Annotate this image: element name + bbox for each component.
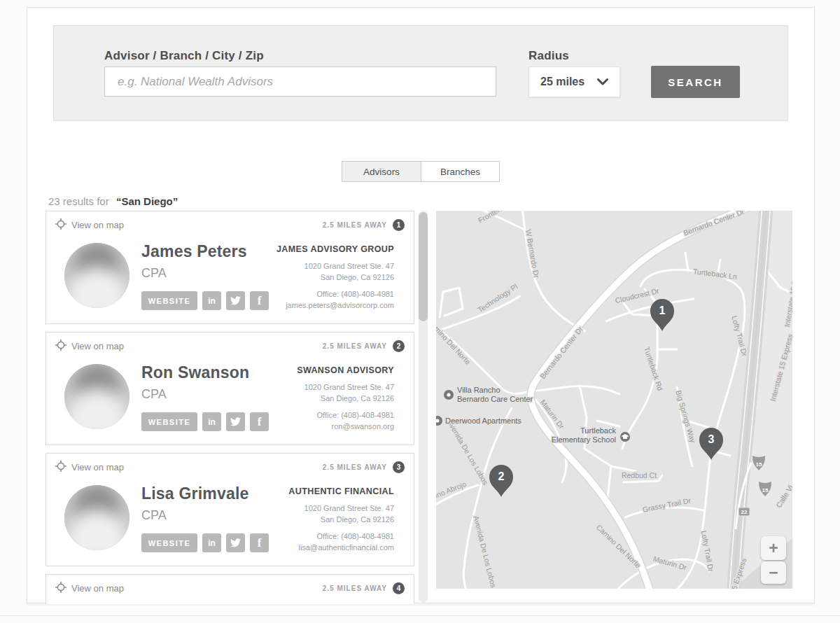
svg-text:Bernardo Center Dr: Bernardo Center Dr	[538, 324, 584, 380]
poi-turtleback-school: Turtleback Elementary School	[552, 426, 630, 444]
advisor-title: CPA	[141, 266, 269, 281]
radius-selected-value: 25 miles	[540, 76, 584, 88]
result-number-badge: 2	[393, 340, 405, 352]
svg-text:Bernardo Center Dr: Bernardo Center Dr	[682, 211, 746, 237]
view-on-map-label: View on map	[71, 220, 124, 230]
twitter-icon[interactable]	[226, 533, 245, 552]
linkedin-icon[interactable]: in	[202, 291, 221, 310]
map-zoom-in-button[interactable]: +	[761, 536, 786, 560]
company-name: JAMES ADVISORY GROUP	[276, 244, 394, 254]
advisor-list: View on map 2.5 MILES AWAY 1 James Peter…	[46, 211, 414, 604]
linkedin-icon[interactable]: in	[202, 412, 221, 431]
view-on-map-button[interactable]: View on map	[55, 218, 124, 232]
svg-text:W Bernardo Dr: W Bernardo Dr	[524, 229, 541, 279]
svg-text:Lofty Trail Dr: Lofty Trail Dr	[730, 315, 749, 358]
twitter-icon[interactable]	[226, 412, 245, 431]
svg-text:Deerwood Apartments: Deerwood Apartments	[445, 416, 522, 425]
address-line2: San Diego, Ca 92126	[276, 272, 394, 283]
address-line1: 1020 Grand Street Ste. 47	[297, 382, 394, 393]
view-on-map-button[interactable]: View on map	[55, 461, 124, 474]
email-address: ron@swanson.org	[297, 421, 394, 432]
crosshair-icon	[55, 582, 66, 595]
svg-text:Avenida De Los Lobos: Avenida De Los Lobos	[446, 418, 490, 486]
distance-label: 2.5 MILES AWAY	[323, 463, 387, 471]
advisor-title: CPA	[141, 508, 269, 523]
address-line1: 1020 Grand Street Ste. 47	[288, 503, 394, 514]
svg-text:Villa Rancho: Villa Rancho	[457, 386, 500, 394]
radius-label: Radius	[528, 49, 569, 63]
map-pin-2[interactable]: 2	[489, 465, 513, 497]
svg-text:Maturin Dr: Maturin Dr	[652, 554, 688, 572]
map-zoom-out-button[interactable]: −	[761, 561, 786, 584]
tab-branches[interactable]: Branches	[421, 161, 500, 182]
list-scrollbar[interactable]	[419, 211, 428, 603]
svg-text:Avenida De Los Lobos: Avenida De Los Lobos	[472, 514, 498, 588]
view-on-map-button[interactable]: View on map	[55, 582, 124, 595]
address-line2: San Diego, Ca 92126	[288, 514, 394, 525]
result-number-badge: 1	[393, 219, 405, 231]
radius-select[interactable]: 25 miles	[528, 66, 620, 97]
svg-text:Cloudcrest Dr: Cloudcrest Dr	[614, 286, 660, 304]
view-on-map-label: View on map	[71, 583, 124, 594]
office-phone: Office: (408)-408-4981	[297, 410, 394, 421]
scrollbar-thumb[interactable]	[419, 212, 428, 321]
advisor-card: View on map 2.5 MILES AWAY 2 Ron Swanson…	[46, 332, 414, 445]
svg-text:Redbud Ct: Redbud Ct	[622, 471, 657, 479]
map-pin-3[interactable]: 3	[699, 428, 723, 460]
website-button[interactable]: WEBSITE	[141, 412, 197, 431]
avatar	[64, 485, 130, 550]
distance-label: 2.5 MILES AWAY	[323, 584, 387, 592]
view-on-map-button[interactable]: View on map	[55, 340, 124, 353]
distance-label: 2.5 MILES AWAY	[323, 221, 387, 229]
avatar	[64, 243, 130, 308]
email-address: lisa@authenticfinancial.com	[288, 542, 394, 553]
search-panel: Advisor / Branch / City / Zip Radius 25 …	[53, 25, 788, 121]
map-canvas: Frontera W Bernardo Dr Technology Pl Cam…	[436, 211, 792, 589]
svg-text:Lofty Trail Dr: Lofty Trail Dr	[700, 530, 715, 573]
result-number-badge: 3	[393, 461, 405, 473]
tab-advisors[interactable]: Advisors	[342, 161, 421, 182]
crosshair-icon	[55, 340, 66, 353]
facebook-icon[interactable]: f	[250, 291, 269, 310]
twitter-icon[interactable]	[226, 291, 245, 310]
office-phone: Office: (408)-408-4981	[288, 531, 394, 542]
website-button[interactable]: WEBSITE	[141, 533, 197, 552]
map-pin-1[interactable]: 1	[650, 299, 674, 331]
advisor-card: View on map 2.5 MILES AWAY 4 in f	[46, 574, 414, 604]
svg-text:2: 2	[498, 470, 505, 482]
crosshair-icon	[55, 461, 66, 474]
results-tabs: Advisors Branches	[342, 161, 500, 182]
svg-text:Turtleback Ln: Turtleback Ln	[692, 267, 737, 281]
facebook-icon[interactable]: f	[250, 412, 269, 431]
svg-text:Elementary School: Elementary School	[552, 435, 616, 444]
advisor-title: CPA	[141, 387, 269, 402]
address-line1: 1020 Grand Street Ste. 47	[276, 260, 394, 272]
linkedin-icon[interactable]: in	[202, 533, 221, 552]
results-header: 23 results for “San Diego”	[48, 195, 178, 207]
advisor-card: View on map 2.5 MILES AWAY 1 James Peter…	[46, 211, 414, 324]
avatar	[64, 364, 130, 429]
facebook-icon[interactable]: f	[250, 533, 269, 552]
company-name: AUTHENTIC FINANCIAL	[288, 486, 394, 496]
map-panel[interactable]: Frontera W Bernardo Dr Technology Pl Cam…	[436, 211, 792, 589]
results-count: 23 results for	[48, 195, 109, 207]
search-button[interactable]: SEARCH	[651, 66, 740, 98]
view-on-map-label: View on map	[71, 462, 124, 472]
search-input[interactable]	[104, 66, 496, 97]
poi-deerwood: Deerwood Apartments	[436, 416, 522, 426]
svg-text:Bernardo Care Center: Bernardo Care Center	[457, 395, 533, 403]
result-number-badge: 4	[393, 582, 405, 594]
view-on-map-label: View on map	[71, 341, 124, 351]
svg-text:22: 22	[741, 509, 748, 515]
footer-divider	[0, 615, 840, 616]
address-line2: San Diego, Ca 92126	[297, 393, 394, 404]
website-button[interactable]: WEBSITE	[141, 291, 197, 310]
advisor-name: James Peters	[141, 242, 269, 261]
distance-label: 2.5 MILES AWAY	[323, 342, 387, 350]
svg-text:1: 1	[659, 304, 666, 316]
content-card: Advisor / Branch / City / Zip Radius 25 …	[27, 7, 815, 603]
chevron-down-icon	[597, 76, 608, 88]
svg-text:Turtleback: Turtleback	[580, 426, 616, 435]
exit-22-badge: 22	[738, 507, 750, 516]
svg-text:15: 15	[756, 461, 762, 468]
